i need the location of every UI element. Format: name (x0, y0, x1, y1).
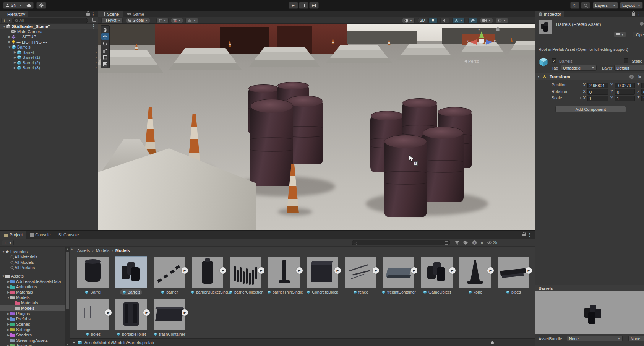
menu-dots-icon[interactable]: ⋮ (91, 24, 96, 29)
layout-dropdown[interactable]: Layout▼ (620, 2, 643, 9)
expander-icon[interactable]: ▼ (6, 296, 10, 299)
expander-icon[interactable]: ▶ (6, 328, 10, 331)
rotation-x-field[interactable]: 0 (587, 89, 608, 95)
asset-thumbnail-portabletoilet[interactable]: ▶ (115, 299, 147, 330)
global-search-button[interactable] (581, 2, 590, 9)
transform-tool-button[interactable] (101, 61, 109, 67)
expander-icon[interactable]: ▶ (6, 312, 10, 315)
asset-thumbnail-freightcontainer[interactable]: ▶ (383, 257, 414, 288)
play-button[interactable]: ▶ (289, 2, 298, 9)
tag-dropdown[interactable]: Untagged▼ (561, 65, 597, 71)
asset-label[interactable]: barrierBucketSing... (188, 289, 227, 295)
project-tree-item-shaders[interactable]: ▶Shaders (0, 332, 65, 338)
prefab-open-chevron[interactable]: › (96, 55, 97, 59)
create-asset-button[interactable]: +▼ (2, 240, 14, 245)
project-tree-item-materials[interactable]: ▶Materials (0, 289, 65, 295)
expander-icon[interactable]: ▼ (2, 250, 5, 253)
tab-console[interactable]: Console (26, 231, 54, 239)
asset-label[interactable]: freightContainer (380, 289, 418, 295)
layer-dropdown[interactable]: Default (614, 65, 644, 71)
asset-thumbnail-barriercollection[interactable]: ▶ (230, 257, 261, 288)
asset-thumbnail-barrels[interactable] (115, 257, 147, 288)
static-checkbox[interactable] (624, 58, 628, 63)
expander-icon[interactable]: ▶ (6, 285, 10, 289)
asset-thumbnail-concreteblock[interactable]: ▶ (307, 257, 338, 288)
search-in-icon[interactable] (445, 241, 448, 245)
expander-icon[interactable]: ▼ (2, 25, 6, 28)
save-search-star-icon[interactable]: ★ (480, 240, 484, 245)
prefab-open-chevron[interactable]: › (96, 66, 97, 70)
pivot-dropdown[interactable]: Pivot▼ (101, 18, 123, 23)
rotation-z-field[interactable]: 0 (641, 89, 644, 95)
scroll-down-icon[interactable]: ▼ (65, 343, 70, 346)
scale-x-field[interactable]: 1 (587, 96, 608, 101)
asset-label[interactable]: GameObject (418, 289, 456, 295)
menu-dots-icon[interactable]: ⋮ (527, 232, 532, 237)
effects-dropdown[interactable]: ▼ (452, 18, 465, 23)
hierarchy-search[interactable] (13, 18, 88, 23)
scrollbar-thumb[interactable] (66, 252, 69, 309)
expand-play-icon[interactable]: ▶ (334, 267, 341, 274)
asset-label[interactable]: barrierCollection (227, 289, 265, 295)
expand-play-icon[interactable]: ▶ (220, 267, 226, 274)
project-tree-item-plugins[interactable]: ▶Plugins (0, 311, 65, 316)
services-button[interactable] (36, 2, 46, 9)
add-component-button[interactable]: Add Component (555, 106, 626, 112)
project-tree-item-addressableassetsdata[interactable]: ▶AddressableAssetsData (0, 279, 65, 284)
project-search[interactable] (352, 240, 450, 245)
asset-preview[interactable] (535, 291, 644, 334)
expander-icon[interactable]: ▶ (6, 317, 10, 321)
rotation-y-field[interactable]: 0 (615, 89, 635, 95)
project-tree-item-animations[interactable]: ▶Animations (0, 284, 65, 289)
prefab-open-chevron[interactable]: › (96, 50, 97, 54)
breadcrumb-assets[interactable]: Assets (77, 248, 90, 253)
project-tree-item-favorites[interactable]: ▼★Favorites (0, 249, 65, 254)
project-tree-item-textures[interactable]: ▶Textures (0, 343, 65, 346)
asset-label[interactable]: fence (341, 289, 380, 295)
expander-icon[interactable]: ▼ (8, 45, 11, 49)
preset-icon[interactable]: ⫶≡ (638, 75, 641, 79)
open-prefab-button[interactable]: Open (633, 32, 644, 37)
tab-hierarchy[interactable]: Hierarchy (0, 11, 28, 17)
global-dropdown[interactable]: Global▼ (126, 18, 150, 23)
expander-icon[interactable]: ▶ (8, 35, 11, 39)
asset-thumbnail-poles[interactable]: ▶ (77, 299, 109, 330)
move-tool-button[interactable] (101, 33, 109, 40)
asset-label[interactable]: portableToilet (112, 331, 150, 337)
asset-thumbnail-barrierthinsingle[interactable]: ▶ (268, 257, 300, 288)
project-tree-item-models[interactable]: ▼Models (0, 295, 65, 300)
layers-dropdown[interactable]: Layers▼ (593, 2, 618, 9)
camera-settings-dropdown[interactable]: ▼ (480, 18, 493, 23)
grid-snap-dropdown[interactable]: ▼ (156, 18, 169, 23)
position-y-field[interactable]: -0.3279 (615, 83, 635, 88)
expand-play-icon[interactable]: ▶ (526, 267, 532, 274)
project-tree-item-all-models[interactable]: All Models (0, 260, 65, 265)
scene-3d-canvas[interactable]: y x z Persp + (98, 24, 535, 230)
scroll-up-icon[interactable]: ▲ (65, 247, 70, 250)
tab-project[interactable]: Project (0, 231, 26, 239)
hand-tool-button[interactable] (101, 26, 109, 33)
expander-icon[interactable]: ▶ (13, 61, 17, 64)
scene-audio-button[interactable] (440, 18, 449, 23)
object-name[interactable]: Barrels (559, 59, 573, 63)
expander-icon[interactable]: ▶ (8, 40, 11, 44)
chevron-down-icon[interactable]: ▼ (73, 341, 75, 344)
expand-play-icon[interactable]: ▶ (449, 267, 456, 274)
position-z-field[interactable]: 7.94 (641, 83, 644, 88)
asset-label[interactable]: Barrels (112, 289, 150, 295)
transform-header[interactable]: ▼ Transform ? ⫶≡ (535, 73, 644, 80)
asset-label[interactable]: Barrel (74, 289, 112, 295)
expander-icon[interactable]: ▶ (13, 56, 17, 59)
expand-play-icon[interactable]: ▶ (182, 267, 188, 274)
asset-thumbnail-fence[interactable]: ▶ (345, 257, 376, 288)
hierarchy-item-barrel-2-[interactable]: ▶Barrel (2)› (0, 60, 98, 65)
asset-thumbnail-trashcontainer[interactable]: ▶ (154, 299, 185, 330)
expander-icon[interactable]: ▶ (13, 50, 17, 54)
expand-play-icon[interactable]: ▶ (105, 309, 112, 316)
asset-thumbnail-kone[interactable]: ▶ (459, 257, 491, 288)
breadcrumb-current[interactable]: Models (115, 248, 130, 253)
expand-play-icon[interactable]: ▶ (182, 309, 188, 316)
expand-play-icon[interactable]: ▶ (258, 267, 264, 274)
position-x-field[interactable]: 2.96804 (587, 83, 608, 88)
foldout-arrow-icon[interactable]: ▼ (537, 75, 540, 78)
